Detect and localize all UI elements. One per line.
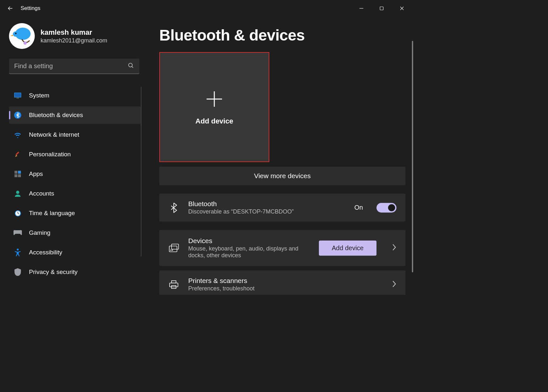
svg-rect-32: [170, 283, 178, 287]
shield-icon: [14, 268, 22, 276]
sidebar-item-time-language[interactable]: Time & language: [9, 205, 141, 222]
bluetooth-icon: [14, 111, 22, 119]
svg-point-8: [23, 41, 27, 45]
svg-rect-33: [172, 281, 176, 283]
bluetooth-icon: [168, 203, 179, 213]
svg-rect-12: [14, 93, 21, 97]
system-icon: [14, 91, 22, 100]
accessibility-icon: [14, 248, 22, 257]
close-button[interactable]: [392, 2, 412, 15]
svg-rect-28: [169, 246, 177, 252]
add-device-card[interactable]: Add device: [159, 52, 269, 162]
sidebar-item-label: Gaming: [29, 229, 51, 236]
devices-sub: Mouse, keyboard, pen, audio, displays an…: [188, 245, 310, 259]
apps-icon: [14, 170, 22, 178]
sidebar-item-label: Time & language: [29, 210, 75, 217]
add-device-label: Add device: [195, 117, 233, 125]
sidebar-item-label: Accounts: [29, 190, 54, 197]
maximize-button[interactable]: [371, 2, 392, 15]
back-button[interactable]: [3, 1, 17, 15]
user-email: kamlesh2011@gmail.com: [41, 37, 107, 44]
sidebar-item-label: Privacy & security: [29, 269, 78, 276]
plus-icon: [204, 89, 225, 109]
add-device-button[interactable]: Add device: [319, 241, 376, 256]
accounts-icon: [14, 189, 22, 198]
sidebar: kamlesh kumar kamlesh2011@gmail.com Syst…: [0, 17, 146, 295]
bluetooth-sub: Discoverable as “DESKTOP-7MCBDOO”: [188, 208, 345, 215]
sidebar-item-label: Network & internet: [29, 131, 79, 138]
wifi-icon: [14, 131, 22, 139]
sidebar-item-gaming[interactable]: Gaming: [9, 224, 141, 242]
minimize-button[interactable]: [351, 2, 371, 15]
sidebar-item-label: Accessibility: [29, 249, 62, 256]
svg-rect-1: [380, 7, 383, 10]
search-box[interactable]: [9, 59, 139, 74]
avatar: [9, 23, 35, 49]
app-title: Settings: [21, 5, 40, 12]
printers-row[interactable]: Printers & scanners Preferences, trouble…: [159, 270, 405, 295]
search-input[interactable]: [14, 62, 128, 70]
sidebar-item-accounts[interactable]: Accounts: [9, 185, 141, 202]
chevron-right-icon: [392, 280, 396, 289]
sidebar-item-privacy[interactable]: Privacy & security: [9, 263, 141, 281]
main-content: Bluetooth & devices Add device View more…: [146, 17, 415, 295]
printers-title: Printers & scanners: [188, 277, 383, 285]
titlebar: Settings: [0, 0, 415, 17]
svg-rect-15: [15, 151, 19, 155]
svg-point-9: [129, 63, 133, 67]
bluetooth-toggle[interactable]: [376, 203, 396, 213]
svg-rect-13: [16, 98, 19, 98]
bluetooth-toggle-label: On: [354, 204, 363, 211]
svg-point-30: [171, 250, 171, 251]
user-block[interactable]: kamlesh kumar kamlesh2011@gmail.com: [9, 23, 141, 49]
gaming-icon: [14, 229, 22, 237]
printers-sub: Preferences, troubleshoot: [188, 285, 383, 292]
sidebar-item-personalization[interactable]: Personalization: [9, 146, 141, 163]
svg-line-10: [132, 66, 133, 68]
svg-point-25: [17, 249, 19, 251]
svg-rect-16: [14, 171, 17, 174]
svg-rect-18: [14, 174, 17, 177]
page-title: Bluetooth & devices: [159, 26, 405, 44]
sidebar-item-label: System: [29, 92, 49, 99]
svg-rect-17: [18, 171, 21, 174]
devices-icon: [168, 243, 179, 252]
sidebar-item-system[interactable]: System: [9, 87, 141, 104]
view-more-devices-button[interactable]: View more devices: [159, 167, 405, 185]
user-name: kamlesh kumar: [41, 28, 107, 37]
sidebar-item-label: Apps: [29, 170, 43, 178]
sidebar-item-accessibility[interactable]: Accessibility: [9, 244, 141, 261]
clock-icon: [14, 209, 22, 217]
window-controls: [351, 2, 412, 15]
scrollbar[interactable]: [141, 87, 141, 256]
search-icon: [128, 62, 134, 70]
sidebar-item-label: Bluetooth & devices: [29, 112, 83, 119]
bluetooth-row[interactable]: Bluetooth Discoverable as “DESKTOP-7MCBD…: [159, 194, 405, 222]
svg-point-20: [16, 191, 19, 194]
view-more-label: View more devices: [254, 172, 311, 180]
devices-row[interactable]: Devices Mouse, keyboard, pen, audio, dis…: [159, 230, 405, 266]
sidebar-item-apps[interactable]: Apps: [9, 165, 141, 183]
svg-point-31: [172, 250, 173, 251]
nav-list: System Bluetooth & devices Network & int…: [9, 87, 141, 281]
scrollbar[interactable]: [412, 41, 413, 272]
sidebar-item-label: Personalization: [29, 151, 71, 158]
bluetooth-title: Bluetooth: [188, 200, 345, 208]
svg-rect-19: [18, 174, 21, 177]
brush-icon: [14, 150, 22, 159]
chevron-right-icon: [392, 244, 396, 252]
devices-title: Devices: [188, 237, 310, 245]
sidebar-item-bluetooth[interactable]: Bluetooth & devices: [9, 106, 141, 124]
printer-icon: [168, 280, 179, 289]
svg-rect-29: [172, 244, 179, 249]
svg-point-7: [15, 33, 17, 34]
sidebar-item-network[interactable]: Network & internet: [9, 126, 141, 143]
